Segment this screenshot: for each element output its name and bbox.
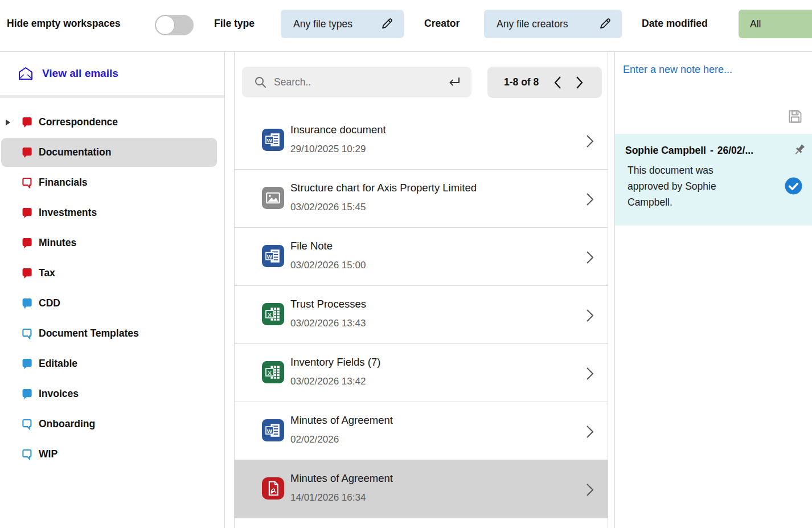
view-all-emails-link[interactable]: View all emails (0, 52, 224, 95)
edit-pencil-icon (380, 17, 393, 31)
creator-label: Creator (424, 18, 460, 30)
sidebar-item-tax[interactable]: Tax (0, 258, 224, 288)
note-body: This document was approved by Sophie Cam… (628, 162, 746, 210)
file-date: 14/01/2026 16:34 (290, 492, 366, 504)
file-row[interactable]: X Trust Processes 03/02/2026 13:43 (235, 286, 608, 344)
chevron-left-icon[interactable] (553, 75, 563, 90)
sidebar-item-minutes[interactable]: Minutes (0, 228, 224, 258)
chevron-right-icon[interactable] (586, 251, 594, 264)
workspace-icon (20, 297, 34, 310)
hide-empty-workspaces-toggle[interactable] (155, 15, 194, 35)
approved-check-icon[interactable] (785, 177, 802, 195)
chevron-right-icon[interactable] (586, 367, 594, 380)
note-header: Sophie Campbell-26/02/... (625, 145, 753, 157)
file-type-filter-value: Any file types (293, 18, 352, 30)
enter-icon[interactable] (446, 75, 461, 89)
expand-caret-icon[interactable] (5, 119, 11, 126)
file-row[interactable]: W Insurance document 29/10/2025 10:29 (235, 112, 608, 170)
chevron-right-icon[interactable] (586, 483, 594, 497)
workspace-icon (20, 357, 34, 370)
workspace-icon (20, 418, 34, 431)
file-date: 02/02/2026 (290, 434, 339, 445)
sidebar-item-label: Investments (39, 207, 97, 219)
svg-text:W: W (267, 428, 273, 434)
image-file-icon (262, 187, 284, 209)
file-title: File Note (290, 240, 333, 252)
workspace-icon (20, 448, 34, 461)
chevron-right-icon[interactable] (586, 425, 594, 439)
file-row-selected[interactable]: Minutes of Agreement 14/01/2026 16:34 (235, 460, 608, 518)
sidebar-item-investments[interactable]: Investments (0, 198, 224, 228)
workspace-icon (20, 236, 34, 249)
view-all-emails-label: View all emails (42, 67, 118, 80)
date-modified-filter-value: All (750, 18, 761, 30)
sidebar-item-document-templates[interactable]: Document Templates (0, 318, 224, 349)
file-date: 03/02/2026 13:42 (290, 376, 366, 387)
file-title: Minutes of Agreement (290, 472, 393, 485)
file-title: Inventory Fields (7) (290, 356, 380, 369)
file-row[interactable]: W File Note 03/02/2026 15:00 (235, 228, 608, 286)
svg-text:W: W (267, 253, 273, 260)
search-box (242, 67, 471, 97)
word-file-icon: W (262, 129, 284, 151)
search-input[interactable] (274, 76, 446, 88)
file-row[interactable]: X Inventory Fields (7) 03/02/2026 13:42 (235, 344, 608, 402)
sidebar-item-label: Documentation (39, 146, 111, 158)
workspace-sidebar: View all emails Correspondence Documenta… (0, 52, 225, 528)
workspace-icon (20, 116, 34, 129)
sidebar-divider (0, 95, 224, 98)
file-type-filter-button[interactable]: Any file types (281, 10, 404, 38)
chevron-right-icon[interactable] (575, 75, 584, 90)
pagination-range: 1-8 of 8 (504, 76, 539, 88)
sidebar-item-label: CDD (39, 297, 60, 309)
workspace-icon (20, 176, 34, 189)
sidebar-item-documentation[interactable]: Documentation (0, 137, 224, 167)
creator-filter-button[interactable]: Any file creators (484, 10, 622, 38)
date-modified-label: Date modified (642, 18, 708, 30)
notes-panel: Enter a new note here... Sophie Campbell… (614, 52, 812, 528)
workspace-icon (20, 387, 34, 400)
email-envelope-icon (18, 66, 34, 81)
sidebar-item-cdd[interactable]: CDD (0, 288, 224, 318)
note-date: 26/02/... (717, 145, 753, 156)
sidebar-item-label: Onboarding (39, 418, 95, 430)
search-icon (254, 76, 267, 89)
filter-toolbar: Hide empty workspaces File type Any file… (0, 0, 812, 52)
sidebar-item-editable[interactable]: Editable (0, 349, 224, 379)
sidebar-item-label: Minutes (39, 237, 76, 249)
file-title: Trust Processes (290, 298, 366, 310)
sidebar-item-wip[interactable]: WIP (0, 439, 224, 469)
chevron-right-icon[interactable] (586, 309, 594, 322)
sidebar-item-correspondence[interactable]: Correspondence (0, 107, 224, 137)
workspace-icon (20, 206, 34, 219)
file-rows: W Insurance document 29/10/2025 10:29 St… (235, 112, 608, 518)
sidebar-item-financials[interactable]: Financials (0, 167, 224, 198)
pdf-file-icon (262, 477, 284, 500)
sidebar-item-label: Editable (39, 358, 77, 370)
svg-text:W: W (267, 137, 273, 144)
chevron-right-icon[interactable] (586, 134, 594, 148)
file-list-panel: 1-8 of 8 W Insurance document 29/10/2025… (234, 52, 608, 528)
sidebar-item-onboarding[interactable]: Onboarding (0, 409, 224, 439)
file-row[interactable]: Structure chart for Axis Property Limite… (235, 170, 608, 228)
date-modified-filter-button[interactable]: All (739, 10, 812, 38)
toggle-knob (155, 15, 175, 35)
file-row[interactable]: W Minutes of Agreement 02/02/2026 (235, 402, 608, 460)
file-date: 03/02/2026 13:43 (290, 318, 366, 329)
save-icon[interactable] (788, 109, 803, 124)
svg-text:X: X (268, 370, 272, 376)
new-note-input[interactable]: Enter a new note here... (623, 64, 732, 76)
chevron-right-icon[interactable] (586, 193, 594, 206)
pin-icon[interactable] (792, 142, 807, 158)
excel-file-icon: X (262, 303, 284, 325)
word-file-icon: W (262, 245, 284, 267)
workspace-tree: Correspondence Documentation Financials … (0, 107, 224, 469)
workspace-icon (20, 327, 34, 340)
sidebar-item-label: Financials (39, 177, 88, 189)
note-author: Sophie Campbell (625, 145, 706, 156)
file-date: 29/10/2025 10:29 (290, 144, 366, 155)
file-type-label: File type (214, 18, 255, 30)
sidebar-item-invoices[interactable]: Invoices (0, 379, 224, 409)
workspace-icon (20, 146, 34, 159)
sidebar-item-label: WIP (39, 448, 58, 460)
